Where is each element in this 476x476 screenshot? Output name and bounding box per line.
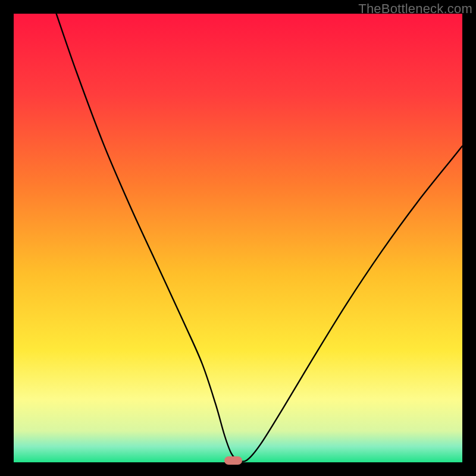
chart-frame <box>14 14 462 462</box>
plot-area <box>14 14 462 462</box>
curve-layer <box>14 14 462 462</box>
bottleneck-curve <box>57 14 462 462</box>
watermark-text: TheBottleneck.com <box>358 1 472 17</box>
optimum-marker <box>224 456 242 465</box>
